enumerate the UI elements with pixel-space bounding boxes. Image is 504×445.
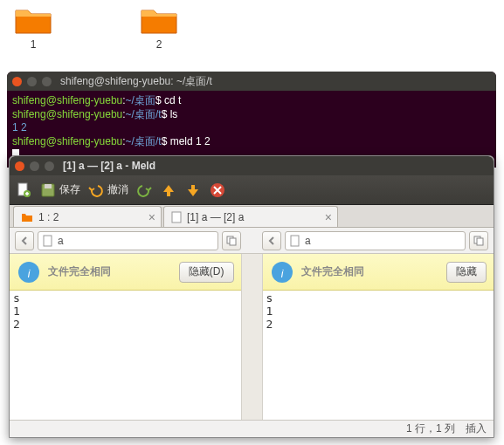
desktop-folder-2[interactable]: 2 <box>133 5 185 65</box>
info-icon: i <box>270 260 294 284</box>
terminal-title: shifeng@shifeng-yuebu: ~/桌面/t <box>60 74 212 89</box>
terminal-titlebar[interactable]: shifeng@shifeng-yuebu: ~/桌面/t <box>7 72 496 91</box>
save-button[interactable]: 保存 <box>39 181 80 199</box>
path-right-field[interactable]: a <box>285 231 466 250</box>
terminal-window: shifeng@shifeng-yuebu: ~/桌面/t shifeng@sh… <box>7 72 496 168</box>
tab-compare-1[interactable]: 1 : 2 × <box>13 206 162 227</box>
path-row: a a <box>10 228 494 254</box>
folder-icon <box>14 5 52 35</box>
path-left-field[interactable]: a <box>38 231 218 250</box>
minimize-icon[interactable] <box>27 77 37 86</box>
close-icon[interactable]: × <box>325 210 332 224</box>
status-bar: 1 行，1 列 插入 <box>10 420 494 437</box>
maximize-icon[interactable] <box>42 77 52 86</box>
close-icon[interactable]: × <box>148 210 155 224</box>
meld-title: [1] a — [2] a - Meld <box>63 160 155 172</box>
nav-back-button[interactable] <box>262 231 281 250</box>
svg-text:i: i <box>280 268 283 280</box>
save-icon <box>39 181 57 199</box>
redo-button[interactable] <box>135 181 153 199</box>
undo-icon <box>87 181 105 199</box>
meld-window: [1] a — [2] a - Meld 保存 撤消 1 : 2 <box>9 155 494 438</box>
undo-button[interactable]: 撤消 <box>87 181 128 199</box>
status-mode: 插入 <box>466 421 487 436</box>
arrow-up-icon <box>160 181 177 199</box>
stop-button[interactable] <box>209 181 226 199</box>
toolbar: 保存 撤消 <box>10 175 494 205</box>
arrow-down-icon <box>184 181 202 199</box>
folder-icon <box>21 212 33 222</box>
minimize-icon[interactable] <box>30 161 39 171</box>
new-button[interactable] <box>15 181 32 199</box>
close-icon[interactable] <box>15 161 24 171</box>
svg-rect-8 <box>230 238 236 245</box>
svg-text:i: i <box>28 268 31 280</box>
info-icon: i <box>17 260 41 284</box>
svg-rect-5 <box>172 212 181 222</box>
status-position: 1 行，1 列 <box>406 421 455 436</box>
info-bar-left: i 文件完全相同 隐藏(D) <box>10 254 241 291</box>
desktop: 1 2 <box>0 0 504 65</box>
browse-button[interactable] <box>222 231 241 250</box>
folder-label: 1 <box>7 38 59 51</box>
meld-titlebar[interactable]: [1] a — [2] a - Meld <box>10 156 494 175</box>
svg-rect-11 <box>477 238 483 245</box>
redo-icon <box>135 181 153 199</box>
desktop-folder-1[interactable]: 1 <box>7 5 59 65</box>
hide-button-right[interactable]: 隐藏 <box>446 262 487 283</box>
content-left[interactable]: s 1 2 <box>10 291 241 420</box>
pane-left: i 文件完全相同 隐藏(D) s 1 2 <box>10 254 242 420</box>
document-icon <box>42 235 54 247</box>
svg-rect-3 <box>45 184 52 188</box>
folder-icon <box>140 5 178 35</box>
ls-output: 1 2 <box>12 121 491 135</box>
down-button[interactable] <box>184 181 202 199</box>
pane-right: i 文件完全相同 隐藏 s 1 2 <box>263 254 494 420</box>
diff-panes: i 文件完全相同 隐藏(D) s 1 2 i 文件完全相同 隐藏 s 1 2 <box>10 254 494 420</box>
new-doc-icon <box>15 181 32 199</box>
document-icon <box>289 235 301 247</box>
diff-gutter <box>242 254 263 420</box>
hide-button-left[interactable]: 隐藏(D) <box>179 262 234 283</box>
close-icon[interactable] <box>12 77 22 86</box>
tabs: 1 : 2 × [1] a — [2] a × <box>10 205 494 228</box>
tab-compare-2[interactable]: [1] a — [2] a × <box>163 206 338 227</box>
stop-icon <box>209 181 226 199</box>
svg-rect-9 <box>291 236 299 246</box>
info-bar-right: i 文件完全相同 隐藏 <box>263 254 494 291</box>
folder-label: 2 <box>133 38 185 51</box>
maximize-icon[interactable] <box>45 161 54 171</box>
svg-rect-6 <box>44 236 52 246</box>
document-icon <box>171 211 182 223</box>
browse-button[interactable] <box>469 231 488 250</box>
nav-back-button[interactable] <box>15 231 34 250</box>
up-button[interactable] <box>160 181 177 199</box>
content-right[interactable]: s 1 2 <box>263 291 494 420</box>
